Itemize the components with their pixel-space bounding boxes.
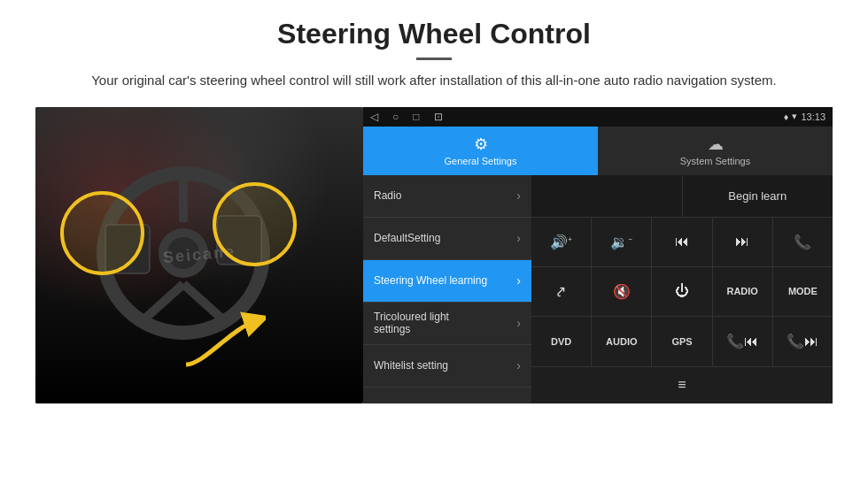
android-panel: ◁ ○ □ ⊡ ♦ ▾ 13:13 ⚙ General Settings (363, 107, 833, 403)
call-prev-icon: 📞⏮ (726, 333, 758, 350)
phone-button[interactable]: 📞 (773, 218, 833, 266)
status-bar-right: ♦ ▾ 13:13 (784, 111, 825, 122)
mute-icon: 🔇 (613, 283, 631, 300)
nav-cast-icon[interactable]: ⊡ (434, 111, 443, 123)
mode-label: MODE (788, 286, 818, 296)
general-settings-icon: ⚙ (474, 134, 488, 154)
call-prev-button[interactable]: 📞⏮ (713, 317, 772, 365)
page-subtitle: Your original car's steering wheel contr… (35, 71, 833, 91)
menu-icon: ≡ (678, 377, 686, 393)
menu-tricoloured-label: Tricoloured light settings (374, 311, 516, 335)
next-track-button[interactable]: ⏭ (713, 218, 772, 266)
mute-button[interactable]: 🔇 (592, 267, 651, 316)
system-settings-icon: ☁ (708, 134, 724, 154)
location-icon: ♦ (784, 111, 789, 122)
content-row: Seicane ◁ ○ □ ⊡ ♦ ▾ 13:13 (35, 107, 833, 403)
radio-label: RADIO (726, 286, 757, 296)
volume-down-button[interactable]: 🔉− (592, 218, 651, 266)
wifi-icon: ▾ (792, 111, 797, 122)
nav-icons: ◁ ○ □ ⊡ (370, 111, 443, 123)
menu-item-tricoloured[interactable]: Tricoloured light settings › (363, 303, 531, 345)
menu-item-whitelist[interactable]: Whitelist setting › (363, 345, 531, 388)
prev-track-icon: ⏮ (675, 234, 689, 250)
power-button[interactable]: ⏻ (652, 267, 711, 316)
nav-back-icon[interactable]: ◁ (370, 111, 378, 123)
menu-item-steering-wheel[interactable]: Steering Wheel learning › (363, 260, 531, 303)
volume-down-icon: 🔉− (610, 234, 632, 250)
volume-up-icon: 🔊+ (550, 234, 572, 250)
clock: 13:13 (801, 111, 825, 122)
menu-icon-button[interactable]: ≡ (663, 367, 701, 403)
call-next-icon: 📞⏭ (787, 333, 818, 350)
right-panel: Begin learn 🔊+ 🔉− ⏮ (531, 175, 833, 403)
menu-list: Radio › DefaultSetting › Steering Wheel … (363, 175, 531, 403)
menu-default-label: DefaultSetting (374, 232, 516, 244)
prev-track-button[interactable]: ⏮ (652, 218, 711, 266)
phone-icon: 📞 (794, 234, 811, 250)
gps-button[interactable]: GPS (652, 317, 711, 365)
menu-whitelist-label: Whitelist setting (374, 359, 516, 372)
audio-button[interactable]: AUDIO (592, 317, 651, 365)
highlight-circle-left (60, 191, 144, 275)
tab-general-label: General Settings (445, 156, 517, 166)
hang-up-button[interactable]: ↩ (531, 267, 591, 316)
menu-steering-label: Steering Wheel learning (374, 274, 516, 287)
page-container: Steering Wheel Control Your original car… (0, 0, 868, 412)
tab-system-label: System Settings (680, 156, 750, 166)
nav-home-icon[interactable]: ○ (392, 111, 399, 123)
highlight-circle-right (213, 182, 297, 266)
main-panel: Radio › DefaultSetting › Steering Wheel … (363, 175, 833, 403)
menu-radio-label: Radio (374, 189, 516, 202)
arrow-area (177, 311, 266, 377)
car-image-area: Seicane (35, 107, 363, 403)
tab-system-settings[interactable]: ☁ System Settings (598, 127, 833, 175)
audio-label: AUDIO (606, 336, 637, 347)
volume-up-button[interactable]: 🔊+ (531, 218, 591, 266)
menu-whitelist-arrow: › (516, 358, 521, 373)
menu-item-radio[interactable]: Radio › (363, 175, 531, 218)
hang-up-icon: ↩ (551, 281, 571, 302)
right-top-row: Begin learn (531, 175, 833, 218)
tab-general-settings[interactable]: ⚙ General Settings (363, 127, 598, 175)
next-track-icon: ⏭ (735, 234, 749, 250)
svg-line-2 (139, 284, 183, 324)
bottom-row: ≡ (531, 366, 833, 403)
button-grid: 🔊+ 🔉− ⏮ ⏭ 📞 (531, 218, 833, 366)
menu-default-arrow: › (516, 231, 521, 245)
call-next-button[interactable]: 📞⏭ (773, 317, 833, 365)
dvd-button[interactable]: DVD (531, 317, 591, 365)
tab-bar: ⚙ General Settings ☁ System Settings (363, 127, 833, 175)
menu-steering-arrow: › (516, 273, 521, 288)
right-top-empty (531, 175, 683, 217)
page-title: Steering Wheel Control (35, 18, 833, 50)
dvd-label: DVD (551, 336, 571, 347)
menu-item-default-setting[interactable]: DefaultSetting › (363, 218, 531, 260)
menu-radio-arrow: › (516, 188, 521, 203)
arrow-svg (177, 311, 266, 373)
radio-button[interactable]: RADIO (713, 267, 772, 316)
title-divider (416, 58, 452, 60)
begin-learn-button[interactable]: Begin learn (683, 175, 833, 217)
gps-label: GPS (671, 336, 692, 347)
menu-tricoloured-arrow: › (516, 316, 521, 330)
nav-recents-icon[interactable]: □ (413, 111, 419, 123)
status-bar: ◁ ○ □ ⊡ ♦ ▾ 13:13 (363, 107, 833, 127)
mode-button[interactable]: MODE (773, 267, 833, 316)
power-icon: ⏻ (675, 283, 689, 299)
